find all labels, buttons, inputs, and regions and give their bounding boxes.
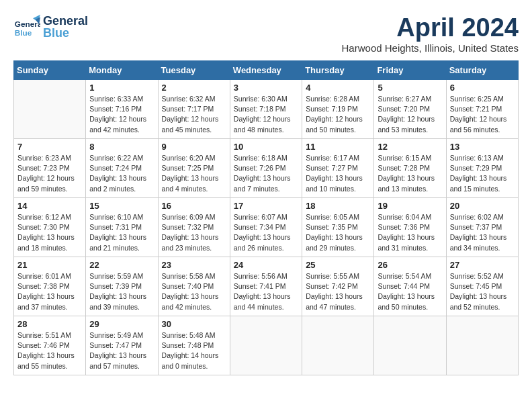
day-info: Sunrise: 6:17 AM Sunset: 7:27 PM Dayligh…	[306, 153, 370, 194]
month-title: April 2024	[342, 13, 519, 42]
day-info: Sunrise: 6:25 AM Sunset: 7:21 PM Dayligh…	[450, 94, 515, 135]
calendar-cell	[302, 316, 374, 375]
day-info: Sunrise: 6:27 AM Sunset: 7:20 PM Dayligh…	[378, 94, 442, 135]
day-number: 20	[450, 201, 515, 211]
logo: General Blue General Blue	[13, 13, 88, 40]
day-info: Sunrise: 6:28 AM Sunset: 7:19 PM Dayligh…	[306, 94, 370, 135]
day-number: 9	[162, 142, 226, 152]
day-number: 22	[89, 260, 154, 270]
calendar-cell: 20Sunrise: 6:02 AM Sunset: 7:37 PM Dayli…	[446, 198, 518, 257]
day-info: Sunrise: 6:07 AM Sunset: 7:34 PM Dayligh…	[234, 212, 298, 253]
logo-icon: General Blue	[13, 13, 40, 40]
day-number: 13	[450, 142, 515, 152]
calendar-cell: 11Sunrise: 6:17 AM Sunset: 7:27 PM Dayli…	[302, 139, 374, 198]
calendar-week-row: 1Sunrise: 6:33 AM Sunset: 7:16 PM Daylig…	[14, 80, 519, 139]
day-number: 12	[378, 142, 442, 152]
calendar-cell: 12Sunrise: 6:15 AM Sunset: 7:28 PM Dayli…	[374, 139, 446, 198]
day-number: 15	[89, 201, 154, 211]
day-info: Sunrise: 6:05 AM Sunset: 7:35 PM Dayligh…	[306, 212, 370, 253]
day-number: 19	[378, 201, 442, 211]
day-number: 30	[162, 319, 226, 329]
day-info: Sunrise: 6:01 AM Sunset: 7:38 PM Dayligh…	[17, 271, 82, 312]
day-info: Sunrise: 6:18 AM Sunset: 7:26 PM Dayligh…	[234, 153, 298, 194]
calendar-header-row: SundayMondayTuesdayWednesdayThursdayFrid…	[14, 61, 519, 80]
page-header: General Blue General Blue April 2024 Har…	[13, 13, 519, 54]
calendar-cell: 24Sunrise: 5:56 AM Sunset: 7:41 PM Dayli…	[230, 257, 302, 316]
calendar-cell: 5Sunrise: 6:27 AM Sunset: 7:20 PM Daylig…	[374, 80, 446, 139]
calendar-cell: 19Sunrise: 6:04 AM Sunset: 7:36 PM Dayli…	[374, 198, 446, 257]
day-number: 5	[378, 83, 442, 93]
calendar-cell: 10Sunrise: 6:18 AM Sunset: 7:26 PM Dayli…	[230, 139, 302, 198]
calendar-cell: 18Sunrise: 6:05 AM Sunset: 7:35 PM Dayli…	[302, 198, 374, 257]
calendar-cell: 28Sunrise: 5:51 AM Sunset: 7:46 PM Dayli…	[14, 316, 86, 375]
day-number: 14	[17, 201, 82, 211]
day-number: 6	[450, 83, 515, 93]
day-number: 2	[162, 83, 226, 93]
day-info: Sunrise: 5:56 AM Sunset: 7:41 PM Dayligh…	[234, 271, 298, 312]
day-info: Sunrise: 6:32 AM Sunset: 7:17 PM Dayligh…	[162, 94, 226, 135]
day-info: Sunrise: 6:30 AM Sunset: 7:18 PM Dayligh…	[234, 94, 298, 135]
day-info: Sunrise: 6:13 AM Sunset: 7:29 PM Dayligh…	[450, 153, 515, 194]
day-info: Sunrise: 6:09 AM Sunset: 7:32 PM Dayligh…	[162, 212, 226, 253]
day-info: Sunrise: 6:02 AM Sunset: 7:37 PM Dayligh…	[450, 212, 515, 253]
calendar-cell: 3Sunrise: 6:30 AM Sunset: 7:18 PM Daylig…	[230, 80, 302, 139]
calendar-cell: 27Sunrise: 5:52 AM Sunset: 7:45 PM Dayli…	[446, 257, 518, 316]
day-info: Sunrise: 6:33 AM Sunset: 7:16 PM Dayligh…	[89, 94, 154, 135]
day-info: Sunrise: 5:55 AM Sunset: 7:42 PM Dayligh…	[306, 271, 370, 312]
day-info: Sunrise: 5:54 AM Sunset: 7:44 PM Dayligh…	[378, 271, 442, 312]
day-number: 26	[378, 260, 442, 270]
day-number: 25	[306, 260, 370, 270]
calendar-cell: 21Sunrise: 6:01 AM Sunset: 7:38 PM Dayli…	[14, 257, 86, 316]
calendar-cell: 29Sunrise: 5:49 AM Sunset: 7:47 PM Dayli…	[86, 316, 158, 375]
day-info: Sunrise: 5:59 AM Sunset: 7:39 PM Dayligh…	[89, 271, 154, 312]
calendar-cell: 15Sunrise: 6:10 AM Sunset: 7:31 PM Dayli…	[86, 198, 158, 257]
day-number: 1	[89, 83, 154, 93]
day-header-saturday: Saturday	[446, 61, 518, 80]
day-number: 10	[234, 142, 298, 152]
location-title: Harwood Heights, Illinois, United States	[342, 42, 519, 54]
day-header-sunday: Sunday	[14, 61, 86, 80]
calendar-cell: 4Sunrise: 6:28 AM Sunset: 7:19 PM Daylig…	[302, 80, 374, 139]
calendar-cell: 13Sunrise: 6:13 AM Sunset: 7:29 PM Dayli…	[446, 139, 518, 198]
calendar-cell: 2Sunrise: 6:32 AM Sunset: 7:17 PM Daylig…	[158, 80, 230, 139]
day-number: 16	[162, 201, 226, 211]
day-number: 28	[17, 319, 82, 329]
day-number: 17	[234, 201, 298, 211]
title-block: April 2024 Harwood Heights, Illinois, Un…	[342, 13, 519, 54]
day-number: 24	[234, 260, 298, 270]
day-number: 11	[306, 142, 370, 152]
day-number: 8	[89, 142, 154, 152]
day-info: Sunrise: 6:15 AM Sunset: 7:28 PM Dayligh…	[378, 153, 442, 194]
day-header-wednesday: Wednesday	[230, 61, 302, 80]
calendar-cell: 30Sunrise: 5:48 AM Sunset: 7:48 PM Dayli…	[158, 316, 230, 375]
day-number: 27	[450, 260, 515, 270]
day-info: Sunrise: 5:49 AM Sunset: 7:47 PM Dayligh…	[89, 330, 154, 371]
calendar-cell: 16Sunrise: 6:09 AM Sunset: 7:32 PM Dayli…	[158, 198, 230, 257]
day-number: 7	[17, 142, 82, 152]
day-info: Sunrise: 5:52 AM Sunset: 7:45 PM Dayligh…	[450, 271, 515, 312]
logo-blue-text: Blue	[43, 27, 88, 39]
day-number: 4	[306, 83, 370, 93]
calendar-cell: 25Sunrise: 5:55 AM Sunset: 7:42 PM Dayli…	[302, 257, 374, 316]
day-info: Sunrise: 6:10 AM Sunset: 7:31 PM Dayligh…	[89, 212, 154, 253]
day-number: 21	[17, 260, 82, 270]
calendar-cell	[446, 316, 518, 375]
day-header-monday: Monday	[86, 61, 158, 80]
day-info: Sunrise: 6:20 AM Sunset: 7:25 PM Dayligh…	[162, 153, 226, 194]
calendar-cell: 9Sunrise: 6:20 AM Sunset: 7:25 PM Daylig…	[158, 139, 230, 198]
day-info: Sunrise: 6:22 AM Sunset: 7:24 PM Dayligh…	[89, 153, 154, 194]
day-number: 23	[162, 260, 226, 270]
day-info: Sunrise: 5:51 AM Sunset: 7:46 PM Dayligh…	[17, 330, 82, 371]
calendar-cell: 26Sunrise: 5:54 AM Sunset: 7:44 PM Dayli…	[374, 257, 446, 316]
day-header-tuesday: Tuesday	[158, 61, 230, 80]
calendar-week-row: 14Sunrise: 6:12 AM Sunset: 7:30 PM Dayli…	[14, 198, 519, 257]
logo-label: General Blue	[43, 15, 88, 39]
calendar-cell: 6Sunrise: 6:25 AM Sunset: 7:21 PM Daylig…	[446, 80, 518, 139]
day-number: 3	[234, 83, 298, 93]
day-header-thursday: Thursday	[302, 61, 374, 80]
day-info: Sunrise: 5:48 AM Sunset: 7:48 PM Dayligh…	[162, 330, 226, 371]
day-info: Sunrise: 6:23 AM Sunset: 7:23 PM Dayligh…	[17, 153, 82, 194]
calendar-cell: 23Sunrise: 5:58 AM Sunset: 7:40 PM Dayli…	[158, 257, 230, 316]
day-info: Sunrise: 6:12 AM Sunset: 7:30 PM Dayligh…	[17, 212, 82, 253]
day-info: Sunrise: 5:58 AM Sunset: 7:40 PM Dayligh…	[162, 271, 226, 312]
